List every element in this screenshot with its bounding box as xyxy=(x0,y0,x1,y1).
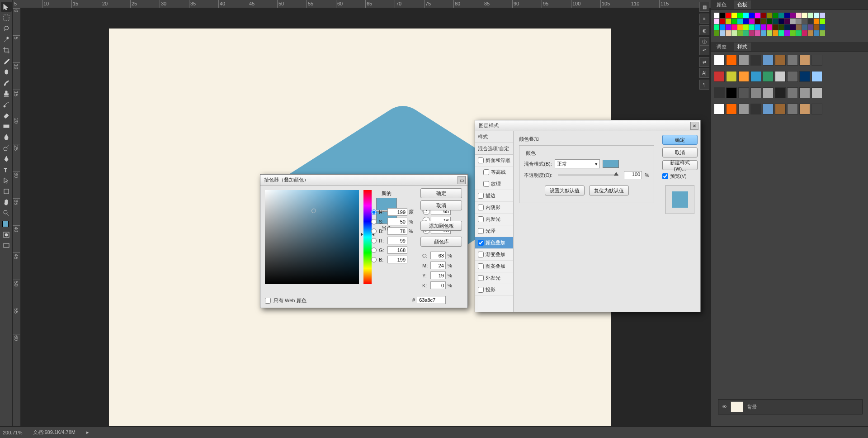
input-b[interactable] xyxy=(387,227,407,235)
style-preset[interactable] xyxy=(799,55,810,66)
style-preset[interactable] xyxy=(738,104,749,114)
fx-drop-shadow[interactable]: 投影 xyxy=(475,284,513,296)
tool-brush[interactable] xyxy=(1,78,12,88)
color-field[interactable] xyxy=(265,190,359,284)
hex-input[interactable] xyxy=(417,296,446,304)
swatch[interactable] xyxy=(726,13,731,18)
swatch[interactable] xyxy=(778,13,784,18)
panel-icon-actions[interactable]: ⇄ xyxy=(699,57,709,67)
radio-b[interactable] xyxy=(371,229,377,234)
fx-contour[interactable]: 等高线 xyxy=(475,167,513,178)
style-preset[interactable] xyxy=(726,87,737,98)
swatch[interactable] xyxy=(778,19,784,24)
swatch[interactable] xyxy=(778,24,784,30)
cancel-button[interactable]: 取消 xyxy=(662,148,698,157)
swatch[interactable] xyxy=(737,24,743,30)
fx-bevel[interactable]: 斜面和浮雕 xyxy=(475,155,513,167)
panel-icon-history[interactable]: ↶ xyxy=(699,45,709,55)
radio-g[interactable] xyxy=(371,248,377,253)
style-preset[interactable] xyxy=(714,87,725,98)
style-preset[interactable] xyxy=(714,71,725,82)
tool-lasso[interactable] xyxy=(1,24,12,33)
tool-blur[interactable] xyxy=(1,132,12,142)
style-preset[interactable] xyxy=(763,87,774,98)
style-preset[interactable] xyxy=(714,55,725,66)
tool-hand[interactable] xyxy=(1,197,12,207)
tool-marquee[interactable] xyxy=(1,13,12,23)
swatches-grid[interactable] xyxy=(711,10,868,38)
swatch[interactable] xyxy=(714,24,719,30)
swatch[interactable] xyxy=(778,30,784,36)
swatch[interactable] xyxy=(749,19,755,24)
swatch[interactable] xyxy=(743,13,749,18)
swatch[interactable] xyxy=(773,24,778,30)
swatch[interactable] xyxy=(761,24,766,30)
swatch[interactable] xyxy=(808,13,813,18)
swatch[interactable] xyxy=(755,19,760,24)
eye-icon[interactable]: 👁 xyxy=(722,404,727,409)
input-s[interactable] xyxy=(387,218,407,225)
color-lib-button[interactable]: 颜色库 xyxy=(420,237,462,247)
blend-mode-select[interactable]: 正常▾ xyxy=(555,159,600,168)
cp-ok-button[interactable]: 确定 xyxy=(420,188,462,198)
swatch[interactable] xyxy=(731,24,737,30)
swatch[interactable] xyxy=(755,30,760,36)
swatch[interactable] xyxy=(808,30,813,36)
input-h[interactable] xyxy=(387,208,407,216)
swatch[interactable] xyxy=(773,19,778,24)
input-m[interactable] xyxy=(430,262,446,269)
swatch[interactable] xyxy=(755,13,760,18)
style-preset[interactable] xyxy=(714,104,725,114)
style-preset[interactable] xyxy=(775,55,786,66)
new-style-button[interactable]: 新建样式(W)... xyxy=(662,160,698,170)
style-preset[interactable] xyxy=(799,71,810,82)
swatch[interactable] xyxy=(802,24,807,30)
style-preset[interactable] xyxy=(763,71,774,82)
style-preset[interactable] xyxy=(787,71,798,82)
input-c[interactable] xyxy=(430,252,446,259)
web-only-checkbox[interactable]: 只有 Web 颜色 xyxy=(265,297,307,304)
style-preset[interactable] xyxy=(775,71,786,82)
styles-grid-3[interactable] xyxy=(711,85,868,101)
fx-stroke[interactable]: 描边 xyxy=(475,190,513,202)
swatch[interactable] xyxy=(731,13,737,18)
swatch[interactable] xyxy=(790,24,796,30)
swatch[interactable] xyxy=(784,24,790,30)
dialog-title-bar[interactable]: 图层样式 xyxy=(475,120,700,131)
radio-r[interactable] xyxy=(371,238,377,243)
fx-inner-shadow[interactable]: 内阴影 xyxy=(475,202,513,214)
style-preset[interactable] xyxy=(811,55,822,66)
set-default-button[interactable]: 设置为默认值 xyxy=(545,186,585,195)
tool-path-select[interactable] xyxy=(1,176,12,186)
style-preset[interactable] xyxy=(738,87,749,98)
style-preset[interactable] xyxy=(750,104,761,114)
style-preset[interactable] xyxy=(799,87,810,98)
swatch[interactable] xyxy=(784,19,790,24)
swatch[interactable] xyxy=(790,30,796,36)
swatch[interactable] xyxy=(749,13,755,18)
swatch[interactable] xyxy=(743,19,749,24)
styles-grid-4[interactable] xyxy=(711,101,868,117)
tool-wand[interactable] xyxy=(1,34,12,44)
swatch[interactable] xyxy=(796,30,802,36)
fx-inner-glow[interactable]: 内发光 xyxy=(475,214,513,225)
swatch[interactable] xyxy=(726,30,731,36)
swatch[interactable] xyxy=(808,24,813,30)
style-preset[interactable] xyxy=(738,71,749,82)
swatch[interactable] xyxy=(808,19,813,24)
style-preset[interactable] xyxy=(763,104,774,114)
swatch[interactable] xyxy=(790,13,796,18)
swatch[interactable] xyxy=(720,19,725,24)
swatch[interactable] xyxy=(814,24,819,30)
tool-eraser[interactable] xyxy=(1,110,12,120)
panel-icon-layers[interactable]: ◐ xyxy=(699,25,709,35)
tool-dodge[interactable] xyxy=(1,143,12,153)
style-preset[interactable] xyxy=(738,55,749,66)
swatch[interactable] xyxy=(814,30,819,36)
blending-options[interactable]: 混合选项:自定 xyxy=(475,143,513,155)
style-preset[interactable] xyxy=(726,71,737,82)
swatch[interactable] xyxy=(761,30,766,36)
style-preset[interactable] xyxy=(775,104,786,114)
radio-h[interactable] xyxy=(371,209,377,215)
tool-gradient[interactable] xyxy=(1,121,12,131)
